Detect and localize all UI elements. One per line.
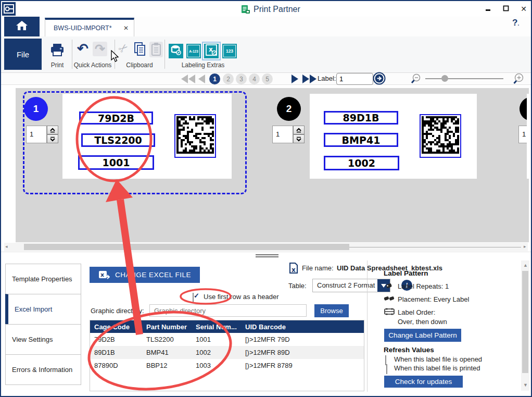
label-caption: Label:: [318, 75, 336, 82]
label-1[interactable]: 79D2B TLS2200 1001: [62, 94, 232, 179]
123-icon: 123: [223, 45, 236, 57]
document-tab-label: BWS-UID-IMPORT*: [54, 24, 123, 32]
first-row-header-checkbox[interactable]: [193, 293, 194, 303]
scroll-left-icon[interactable]: ◂: [5, 244, 8, 249]
change-excel-file-button[interactable]: x CHANGE EXCEL FILE: [90, 267, 200, 283]
home-tab[interactable]: [4, 17, 40, 36]
cage-code-field[interactable]: 89D1B: [324, 111, 398, 125]
scroll-down-icon[interactable]: ▼: [523, 382, 528, 388]
undo-button[interactable]: ↶: [77, 41, 88, 57]
copy-button[interactable]: [133, 41, 147, 59]
first-label-button[interactable]: [181, 75, 196, 85]
repeat-value[interactable]: 1: [272, 126, 293, 143]
graphic-directory-input[interactable]: [149, 304, 307, 317]
close-button[interactable]: ✕: [517, 3, 530, 15]
paste-button[interactable]: [149, 42, 163, 57]
last-label-button[interactable]: [302, 75, 318, 85]
undo-icon: ↶: [77, 41, 88, 56]
part-number-field[interactable]: TLS2200: [81, 133, 155, 147]
document-tab[interactable]: BWS-UID-IMPORT* ✕: [45, 18, 134, 36]
table-select[interactable]: Construct 2 Format 12: [312, 279, 390, 292]
vertical-scrollbar[interactable]: ▲ ▼: [521, 260, 529, 391]
part-number-field[interactable]: BMP41: [324, 133, 398, 147]
print-group-label: Print: [46, 61, 69, 69]
scroll-right-icon[interactable]: ▸: [524, 244, 526, 249]
horizontal-scroll-thumb[interactable]: [24, 244, 349, 250]
datamatrix-barcode[interactable]: [420, 114, 461, 158]
page-circle-3[interactable]: 3: [236, 73, 247, 84]
maximize-button[interactable]: [499, 3, 513, 15]
first-row-header-label: Use first row as a header: [204, 293, 279, 301]
serial-number-field[interactable]: 1001: [78, 155, 154, 170]
minimize-button[interactable]: [482, 3, 495, 15]
panel-divider: [367, 260, 368, 392]
excel-scissors-icon: x: [205, 44, 218, 58]
preview-canvas[interactable]: 1 1 79D2B TLS2200 1001 2 1 89D1B BMP4: [16, 88, 529, 242]
label-2-repeat-spinner[interactable]: 1: [272, 126, 305, 143]
grid-header: Cage Code Part Number Serial Num... UID …: [90, 320, 364, 333]
spinner-up-button[interactable]: [47, 126, 58, 134]
browse-button[interactable]: Browse: [314, 304, 349, 317]
paste-icon: [149, 50, 163, 59]
print-button[interactable]: [49, 43, 65, 59]
table-row[interactable]: 89D1B BMP41 1002 [)>12MFR 89D: [90, 346, 364, 359]
cut-button[interactable]: ✂: [116, 40, 132, 57]
zoom-slider-track[interactable]: [425, 78, 503, 79]
page-circle-4[interactable]: 4: [249, 73, 260, 84]
placement-value: Placement: Every Label: [398, 295, 469, 303]
refresh-on-print-checkbox[interactable]: [386, 364, 387, 374]
label-repeats-icon: [385, 282, 394, 291]
tab-template-properties[interactable]: Template Properties: [5, 264, 81, 294]
next-label-button[interactable]: [290, 75, 299, 85]
tab-excel-import[interactable]: Excel Import: [5, 294, 81, 325]
vertical-scroll-thumb[interactable]: [522, 271, 528, 373]
page-circle-5[interactable]: 5: [262, 73, 273, 84]
table-row[interactable]: 79D2B TLS2200 1001 [)>12MFR 79D: [90, 333, 364, 346]
svg-text:x: x: [292, 266, 296, 274]
check-for-updates-button[interactable]: Check for updates: [384, 376, 463, 388]
label-2[interactable]: 89D1B BMP41 1002: [310, 94, 477, 179]
spinner-down-button[interactable]: [47, 134, 58, 143]
spinner-down-button[interactable]: [293, 134, 305, 143]
database-icon: [170, 44, 182, 58]
column-header[interactable]: Cage Code: [90, 323, 146, 331]
data-source-button[interactable]: [169, 44, 183, 58]
column-header[interactable]: Part Number: [146, 323, 196, 331]
refresh-on-print-label: When this label file is printed: [394, 364, 480, 372]
redo-button[interactable]: ↷: [93, 42, 107, 56]
excel-import-button[interactable]: x: [204, 44, 219, 58]
panel-splitter[interactable]: [1, 252, 531, 259]
change-label-pattern-button[interactable]: Change Label Pattern: [384, 329, 461, 342]
bottom-panel: Template Properties Excel Import View Se…: [1, 259, 531, 395]
serialization-button[interactable]: A-123: [186, 44, 201, 58]
file-button[interactable]: File: [4, 39, 42, 70]
zoom-slider-thumb[interactable]: [441, 75, 448, 82]
tab-errors-information[interactable]: Errors & Information: [5, 354, 81, 385]
serial-number-field[interactable]: 1002: [324, 156, 399, 170]
number-values-button[interactable]: 123: [222, 44, 237, 58]
repeat-value[interactable]: 1: [26, 126, 47, 143]
cage-code-field[interactable]: 79D2B: [79, 111, 153, 125]
label-3[interactable]: [527, 94, 529, 179]
excel-data-grid[interactable]: Cage Code Part Number Serial Num... UID …: [90, 320, 364, 391]
app-window: Print Partner ✕ BWS-UID-IMPORT* ✕ ?. Fil…: [0, 0, 532, 397]
spinner-up-button[interactable]: [293, 126, 305, 134]
column-header[interactable]: Serial Num...: [196, 323, 245, 331]
excel-doc-icon: x: [288, 262, 299, 277]
previous-label-button[interactable]: [198, 75, 206, 85]
scroll-up-icon[interactable]: ▲: [523, 263, 528, 268]
page-circle-1[interactable]: 1: [209, 73, 220, 84]
quick-actions-group-label: Quick Actions: [70, 61, 116, 69]
label-number-input[interactable]: [336, 73, 373, 85]
table-row[interactable]: 87890D BBP12 1003 [)>12MFR 8789: [90, 359, 364, 372]
column-header[interactable]: UID Barcode: [245, 323, 364, 331]
help-button[interactable]: ?.: [512, 18, 519, 28]
datamatrix-barcode[interactable]: [174, 114, 216, 158]
horizontal-scrollbar[interactable]: ◂ ▸: [4, 243, 528, 251]
a123-icon: A-123: [187, 45, 200, 57]
page-circle-2[interactable]: 2: [223, 73, 234, 84]
placement-icon: [384, 295, 395, 304]
tab-view-settings[interactable]: View Settings: [5, 324, 81, 355]
label-1-repeat-spinner[interactable]: 1: [26, 126, 58, 143]
tab-close-icon[interactable]: ✕: [123, 24, 129, 32]
